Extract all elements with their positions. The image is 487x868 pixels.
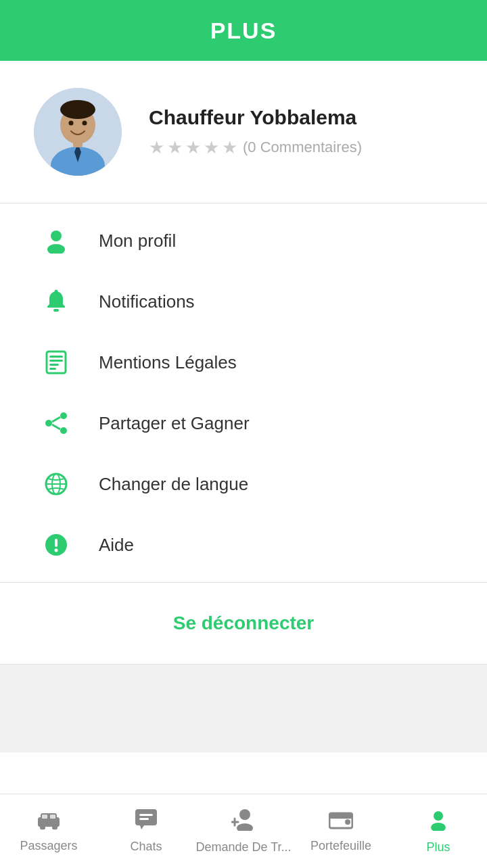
menu-item-langue[interactable]: Changer de langue	[0, 454, 487, 514]
star-1: ★	[149, 137, 164, 158]
menu-label-aide: Aide	[99, 535, 134, 556]
exclaim-icon	[41, 532, 72, 558]
globe-icon	[41, 471, 72, 497]
profile-info: Chauffeur Yobbalema ★ ★ ★ ★ ★ (0 Comment…	[149, 106, 362, 158]
svg-rect-12	[47, 352, 66, 373]
svg-point-8	[51, 231, 62, 241]
svg-point-46	[431, 823, 446, 831]
svg-rect-13	[49, 356, 63, 358]
menu-section: Mon profil Notifications Mentions Légale…	[0, 203, 487, 583]
nav-item-demande[interactable]: Demande De Tr...	[195, 808, 292, 854]
menu-label-mon-profil: Mon profil	[99, 231, 176, 251]
svg-point-38	[239, 809, 250, 820]
logout-button[interactable]: Se déconnecter	[173, 612, 315, 634]
svg-rect-26	[55, 539, 57, 547]
star-5: ★	[222, 137, 237, 158]
svg-point-6	[69, 121, 74, 126]
menu-item-mentions-legales[interactable]: Mentions Légales	[0, 332, 487, 393]
svg-rect-33	[50, 815, 55, 819]
menu-item-partager[interactable]: Partager et Gagner	[0, 393, 487, 454]
svg-point-17	[60, 412, 67, 419]
svg-rect-32	[42, 815, 47, 819]
svg-rect-16	[49, 368, 56, 370]
profile-name: Chauffeur Yobbalema	[149, 106, 362, 129]
svg-line-20	[52, 417, 60, 422]
nav-label-passagers: Passagers	[20, 839, 77, 853]
chat-icon	[135, 809, 158, 836]
avatar	[34, 88, 122, 176]
car-icon	[37, 810, 61, 835]
menu-item-mon-profil[interactable]: Mon profil	[0, 210, 487, 271]
star-4: ★	[204, 137, 219, 158]
nav-label-demande: Demande De Tr...	[195, 840, 291, 854]
svg-rect-36	[139, 814, 153, 816]
svg-point-39	[237, 823, 253, 831]
doc-icon	[41, 349, 72, 375]
svg-marker-35	[140, 825, 144, 829]
wallet-icon	[329, 810, 353, 835]
svg-point-44	[345, 819, 350, 825]
star-2: ★	[167, 137, 183, 158]
svg-point-45	[434, 811, 443, 821]
nav-label-plus: Plus	[426, 840, 450, 854]
menu-label-notifications: Notifications	[99, 291, 195, 312]
rating-row: ★ ★ ★ ★ ★ (0 Commentaires)	[149, 137, 362, 158]
nav-item-portefeuille[interactable]: Portefeuille	[292, 810, 390, 853]
bottom-nav: Passagers Chats Demande De Tr...	[0, 794, 487, 868]
logout-section: Se déconnecter	[0, 583, 487, 665]
rating-count: (0 Commentaires)	[243, 139, 362, 156]
svg-point-5	[60, 100, 95, 119]
gray-area	[0, 665, 487, 752]
menu-item-aide[interactable]: Aide	[0, 514, 487, 575]
person-icon	[41, 228, 72, 254]
header-title: PLUS	[210, 18, 277, 44]
nav-item-plus[interactable]: Plus	[390, 808, 487, 854]
svg-rect-14	[49, 360, 63, 362]
svg-point-19	[60, 427, 67, 434]
menu-label-mentions-legales: Mentions Légales	[99, 352, 237, 373]
svg-point-18	[45, 420, 52, 427]
nav-item-passagers[interactable]: Passagers	[0, 810, 97, 853]
svg-point-7	[83, 121, 87, 126]
svg-rect-15	[49, 364, 59, 366]
share-icon	[41, 410, 72, 436]
bell-icon	[41, 289, 72, 314]
svg-point-27	[55, 549, 58, 552]
person-circle-icon	[427, 808, 450, 836]
profile-section: Chauffeur Yobbalema ★ ★ ★ ★ ★ (0 Comment…	[0, 61, 487, 203]
svg-rect-37	[139, 818, 149, 820]
stars: ★ ★ ★ ★ ★	[149, 137, 237, 158]
header: PLUS	[0, 0, 487, 61]
person-add-icon	[231, 808, 256, 836]
svg-rect-10	[53, 309, 59, 312]
nav-label-chats: Chats	[130, 840, 162, 854]
nav-item-chats[interactable]: Chats	[97, 809, 195, 854]
svg-line-21	[52, 425, 60, 429]
menu-item-notifications[interactable]: Notifications	[0, 271, 487, 332]
svg-rect-43	[329, 813, 352, 819]
svg-point-11	[55, 290, 58, 293]
menu-label-langue: Changer de langue	[99, 474, 248, 495]
svg-rect-34	[135, 809, 157, 825]
star-3: ★	[185, 137, 201, 158]
menu-label-partager: Partager et Gagner	[99, 413, 250, 434]
svg-point-9	[47, 244, 65, 254]
nav-label-portefeuille: Portefeuille	[310, 839, 371, 853]
